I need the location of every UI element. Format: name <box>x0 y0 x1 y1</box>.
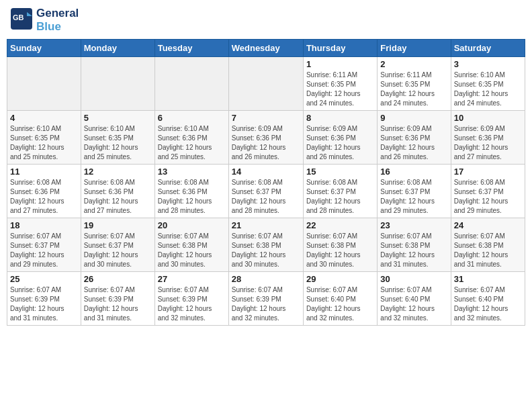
day-number: 1 <box>306 59 374 69</box>
day-number: 9 <box>380 113 447 123</box>
day-number: 19 <box>84 220 152 230</box>
day-number: 23 <box>380 220 447 230</box>
calendar-week-row: 18Sunrise: 6:07 AM Sunset: 6:37 PM Dayli… <box>7 218 525 272</box>
day-number: 21 <box>232 220 300 230</box>
calendar-cell: 28Sunrise: 6:07 AM Sunset: 6:39 PM Dayli… <box>228 272 303 326</box>
day-number: 17 <box>454 167 522 177</box>
calendar-table: SundayMondayTuesdayWednesdayThursdayFrid… <box>7 39 525 326</box>
day-number: 16 <box>380 167 447 177</box>
day-number: 10 <box>454 113 522 123</box>
page-header: GB General Blue <box>7 7 525 34</box>
calendar-cell <box>228 57 303 111</box>
day-info: Sunrise: 6:08 AM Sunset: 6:37 PM Dayligh… <box>454 178 522 216</box>
day-info: Sunrise: 6:11 AM Sunset: 6:35 PM Dayligh… <box>380 71 447 108</box>
day-info: Sunrise: 6:08 AM Sunset: 6:36 PM Dayligh… <box>84 178 152 216</box>
logo-icon: GB <box>9 7 34 31</box>
calendar-cell: 29Sunrise: 6:07 AM Sunset: 6:40 PM Dayli… <box>303 272 377 326</box>
calendar-cell: 7Sunrise: 6:09 AM Sunset: 6:36 PM Daylig… <box>228 111 303 165</box>
day-number: 28 <box>232 274 300 284</box>
day-number: 6 <box>158 113 226 123</box>
day-number: 13 <box>158 167 226 177</box>
calendar-cell <box>81 57 154 111</box>
day-info: Sunrise: 6:09 AM Sunset: 6:36 PM Dayligh… <box>454 124 522 162</box>
calendar-cell: 9Sunrise: 6:09 AM Sunset: 6:36 PM Daylig… <box>378 111 451 165</box>
day-info: Sunrise: 6:07 AM Sunset: 6:40 PM Dayligh… <box>380 285 447 323</box>
calendar-week-row: 1Sunrise: 6:11 AM Sunset: 6:35 PM Daylig… <box>7 57 525 111</box>
day-info: Sunrise: 6:09 AM Sunset: 6:36 PM Dayligh… <box>306 124 374 162</box>
day-info: Sunrise: 6:10 AM Sunset: 6:35 PM Dayligh… <box>10 124 78 162</box>
calendar-cell: 26Sunrise: 6:07 AM Sunset: 6:39 PM Dayli… <box>81 272 154 326</box>
day-number: 8 <box>306 113 374 123</box>
calendar-cell: 3Sunrise: 6:10 AM Sunset: 6:35 PM Daylig… <box>451 57 525 111</box>
day-info: Sunrise: 6:07 AM Sunset: 6:37 PM Dayligh… <box>84 232 152 269</box>
calendar-cell: 25Sunrise: 6:07 AM Sunset: 6:39 PM Dayli… <box>7 272 81 326</box>
day-info: Sunrise: 6:11 AM Sunset: 6:35 PM Dayligh… <box>306 71 374 108</box>
day-number: 3 <box>454 59 522 69</box>
day-info: Sunrise: 6:08 AM Sunset: 6:36 PM Dayligh… <box>158 178 226 216</box>
day-info: Sunrise: 6:07 AM Sunset: 6:38 PM Dayligh… <box>232 232 300 269</box>
day-number: 7 <box>232 113 300 123</box>
weekday-header-tuesday: Tuesday <box>154 40 228 57</box>
calendar-cell: 18Sunrise: 6:07 AM Sunset: 6:37 PM Dayli… <box>7 218 81 272</box>
day-number: 11 <box>10 167 78 177</box>
calendar-cell: 13Sunrise: 6:08 AM Sunset: 6:36 PM Dayli… <box>154 165 228 218</box>
day-number: 14 <box>232 167 300 177</box>
calendar-cell: 4Sunrise: 6:10 AM Sunset: 6:35 PM Daylig… <box>7 111 81 165</box>
calendar-cell: 14Sunrise: 6:08 AM Sunset: 6:37 PM Dayli… <box>228 165 303 218</box>
day-number: 31 <box>454 274 522 284</box>
calendar-cell <box>7 57 81 111</box>
day-info: Sunrise: 6:08 AM Sunset: 6:37 PM Dayligh… <box>306 178 374 216</box>
day-info: Sunrise: 6:08 AM Sunset: 6:37 PM Dayligh… <box>232 178 300 216</box>
calendar-cell: 8Sunrise: 6:09 AM Sunset: 6:36 PM Daylig… <box>303 111 377 165</box>
day-info: Sunrise: 6:08 AM Sunset: 6:37 PM Dayligh… <box>380 178 447 216</box>
day-info: Sunrise: 6:08 AM Sunset: 6:36 PM Dayligh… <box>10 178 78 216</box>
day-info: Sunrise: 6:09 AM Sunset: 6:36 PM Dayligh… <box>232 124 300 162</box>
calendar-cell: 22Sunrise: 6:07 AM Sunset: 6:38 PM Dayli… <box>303 218 377 272</box>
calendar-cell: 27Sunrise: 6:07 AM Sunset: 6:39 PM Dayli… <box>154 272 228 326</box>
weekday-header-thursday: Thursday <box>303 40 377 57</box>
day-number: 30 <box>380 274 447 284</box>
day-number: 18 <box>10 220 78 230</box>
day-number: 22 <box>306 220 374 230</box>
calendar-cell: 30Sunrise: 6:07 AM Sunset: 6:40 PM Dayli… <box>378 272 451 326</box>
day-number: 25 <box>10 274 78 284</box>
day-number: 27 <box>158 274 226 284</box>
calendar-cell <box>154 57 228 111</box>
day-number: 4 <box>10 113 78 123</box>
calendar-cell: 10Sunrise: 6:09 AM Sunset: 6:36 PM Dayli… <box>451 111 525 165</box>
weekday-header-wednesday: Wednesday <box>228 40 303 57</box>
day-info: Sunrise: 6:07 AM Sunset: 6:37 PM Dayligh… <box>10 232 78 269</box>
weekday-header-monday: Monday <box>81 40 154 57</box>
calendar-cell: 12Sunrise: 6:08 AM Sunset: 6:36 PM Dayli… <box>81 165 154 218</box>
weekday-header-sunday: Sunday <box>7 40 81 57</box>
calendar-cell: 23Sunrise: 6:07 AM Sunset: 6:38 PM Dayli… <box>378 218 451 272</box>
day-info: Sunrise: 6:07 AM Sunset: 6:38 PM Dayligh… <box>454 232 522 269</box>
day-info: Sunrise: 6:07 AM Sunset: 6:39 PM Dayligh… <box>232 285 300 323</box>
weekday-header-saturday: Saturday <box>451 40 525 57</box>
day-number: 12 <box>84 167 152 177</box>
calendar-cell: 21Sunrise: 6:07 AM Sunset: 6:38 PM Dayli… <box>228 218 303 272</box>
day-info: Sunrise: 6:10 AM Sunset: 6:36 PM Dayligh… <box>158 124 226 162</box>
day-info: Sunrise: 6:07 AM Sunset: 6:39 PM Dayligh… <box>158 285 226 323</box>
calendar-week-row: 25Sunrise: 6:07 AM Sunset: 6:39 PM Dayli… <box>7 272 525 326</box>
calendar-cell: 17Sunrise: 6:08 AM Sunset: 6:37 PM Dayli… <box>451 165 525 218</box>
day-number: 20 <box>158 220 226 230</box>
day-info: Sunrise: 6:10 AM Sunset: 6:35 PM Dayligh… <box>454 71 522 108</box>
logo: GB General Blue <box>9 7 79 34</box>
logo-line1: General <box>36 7 79 20</box>
calendar-cell: 31Sunrise: 6:07 AM Sunset: 6:40 PM Dayli… <box>451 272 525 326</box>
calendar-cell: 24Sunrise: 6:07 AM Sunset: 6:38 PM Dayli… <box>451 218 525 272</box>
calendar-week-row: 11Sunrise: 6:08 AM Sunset: 6:36 PM Dayli… <box>7 165 525 218</box>
day-info: Sunrise: 6:10 AM Sunset: 6:35 PM Dayligh… <box>84 124 152 162</box>
day-info: Sunrise: 6:09 AM Sunset: 6:36 PM Dayligh… <box>380 124 447 162</box>
day-info: Sunrise: 6:07 AM Sunset: 6:38 PM Dayligh… <box>158 232 226 269</box>
day-info: Sunrise: 6:07 AM Sunset: 6:40 PM Dayligh… <box>306 285 374 323</box>
calendar-cell: 16Sunrise: 6:08 AM Sunset: 6:37 PM Dayli… <box>378 165 451 218</box>
day-number: 29 <box>306 274 374 284</box>
calendar-cell: 20Sunrise: 6:07 AM Sunset: 6:38 PM Dayli… <box>154 218 228 272</box>
calendar-cell: 6Sunrise: 6:10 AM Sunset: 6:36 PM Daylig… <box>154 111 228 165</box>
day-number: 26 <box>84 274 152 284</box>
day-info: Sunrise: 6:07 AM Sunset: 6:39 PM Dayligh… <box>10 285 78 323</box>
calendar-cell: 1Sunrise: 6:11 AM Sunset: 6:35 PM Daylig… <box>303 57 377 111</box>
day-info: Sunrise: 6:07 AM Sunset: 6:38 PM Dayligh… <box>306 232 374 269</box>
